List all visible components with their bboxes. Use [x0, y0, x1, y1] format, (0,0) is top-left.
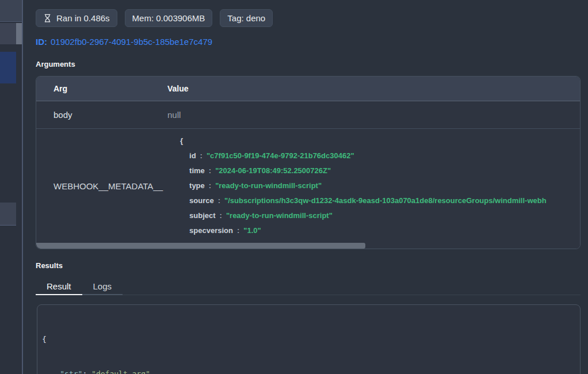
results-title: Results	[36, 261, 581, 270]
job-id-label: ID:	[36, 37, 47, 47]
results-tabbar: Result Logs	[36, 278, 581, 295]
entry-key: specversion	[189, 226, 233, 235]
entry-key: subject	[189, 211, 216, 220]
object-entry: id:"c7f91c50-9f19-474e-9792-21b76dc30462…	[180, 148, 580, 163]
object-entry: specversion:"1.0"	[180, 223, 580, 238]
tab-logs[interactable]: Logs	[82, 278, 123, 295]
object-entry: time:"2024-06-19T08:49:52.2500726Z"	[180, 163, 580, 178]
entry-colon: :	[237, 226, 239, 235]
entry-colon: :	[200, 151, 203, 160]
entry-value: "c7f91c50-9f19-474e-9792-21b76dc30462"	[207, 151, 354, 160]
sidebar-header-block	[0, 0, 22, 22]
tab-result[interactable]: Result	[36, 278, 82, 295]
result-output-box: { "str": "default arg", "union": "Hello …	[37, 304, 581, 374]
entry-value: "ready-to-run-windmill-script"	[215, 181, 322, 190]
run-stats-badges: Ran in 0.486s Mem: 0.003906MB Tag: deno	[36, 9, 581, 27]
tag-badge: Tag: deno	[220, 9, 273, 27]
hourglass-icon	[43, 14, 52, 22]
job-id-line: ID:01902fb0-2967-4091-9b5c-185be1e7c479	[36, 37, 581, 47]
object-entry: type:"ready-to-run-windmill-script"	[180, 178, 580, 193]
arg-name: WEBHOOK__METADATA__	[36, 129, 163, 243]
arguments-table-header: Arg Value	[36, 77, 580, 101]
entry-key: source	[189, 196, 214, 205]
sidebar-item-selected[interactable]	[0, 52, 16, 83]
entry-key: type	[189, 181, 205, 190]
code-open-brace: {	[42, 334, 575, 345]
object-viewer: { id:"c7f91c50-9f19-474e-9792-21b76dc304…	[163, 129, 580, 243]
result-json-code: { "str": "default arg", "union": "Hello …	[42, 311, 575, 374]
memory-badge: Mem: 0.003906MB	[125, 9, 213, 27]
arguments-title: Arguments	[36, 60, 581, 68]
table-horizontal-scrollbar	[36, 243, 580, 249]
entry-value: "2024-06-19T08:49:52.2500726Z"	[215, 166, 331, 175]
object-entry: subject:"ready-to-run-windmill-script"	[180, 208, 580, 223]
code-line: "str": "default arg",	[42, 368, 575, 374]
value-column-header: Value	[150, 84, 580, 93]
arg-value-null: null	[150, 110, 580, 120]
sidebar-scrollbar-thumb[interactable]	[16, 23, 22, 44]
memory-badge-label: Mem: 0.003906MB	[132, 13, 205, 23]
table-row-webhook-metadata: WEBHOOK__METADATA__ { id:"c7f91c50-9f19-…	[36, 129, 580, 243]
object-open-brace: {	[180, 133, 580, 148]
arguments-table: Arg Value body null WEBHOOK__METADATA__ …	[36, 76, 581, 249]
entry-colon: :	[209, 181, 211, 190]
entry-colon: :	[209, 166, 211, 175]
arg-column-header: Arg	[36, 84, 150, 93]
object-entry: source:"/subscriptions/h3c3qw-d1232-4asd…	[180, 193, 580, 208]
entry-value: "1.0"	[243, 226, 261, 235]
horizontal-scrollbar-thumb[interactable]	[36, 243, 365, 249]
entry-value: "/subscriptions/h3c3qw-d1232-4asdk-9easd…	[224, 196, 547, 205]
sidebar-item[interactable]	[0, 23, 16, 44]
entry-colon: :	[218, 196, 220, 205]
run-detail-panel: Ran in 0.486s Mem: 0.003906MB Tag: deno …	[23, 0, 588, 374]
entry-value: "ready-to-run-windmill-script"	[226, 211, 333, 220]
entry-colon: :	[220, 211, 222, 220]
arg-name: body	[36, 110, 150, 120]
runtime-badge: Ran in 0.486s	[36, 9, 117, 27]
sidebar-item[interactable]	[0, 203, 16, 226]
table-row-body: body null	[36, 101, 580, 129]
tag-badge-label: Tag: deno	[227, 13, 265, 23]
sidebar	[0, 0, 23, 374]
runtime-badge-label: Ran in 0.486s	[56, 13, 110, 23]
entry-key: time	[189, 166, 205, 175]
job-id-value[interactable]: 01902fb0-2967-4091-9b5c-185be1e7c479	[51, 37, 212, 47]
entry-key: id	[189, 151, 196, 160]
